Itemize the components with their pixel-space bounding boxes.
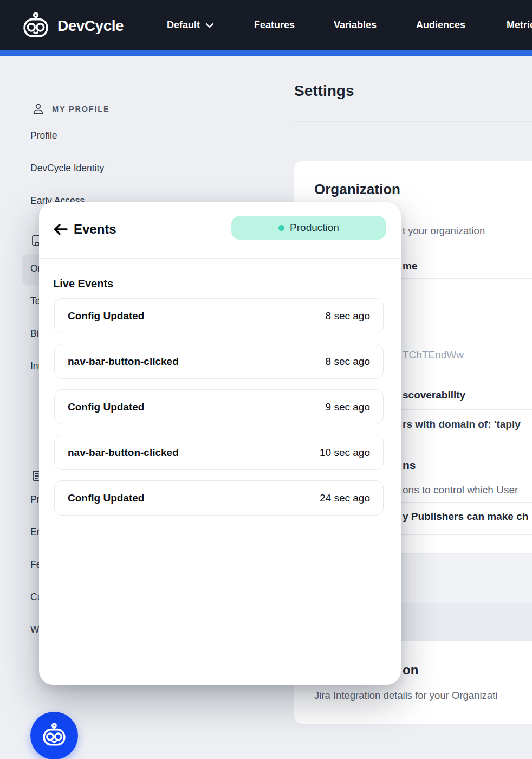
project-selector[interactable]: Default <box>167 0 214 50</box>
back-button[interactable] <box>50 220 72 241</box>
robot-icon <box>41 722 68 750</box>
devcycle-logo[interactable]: DevCycle <box>21 11 124 41</box>
event-time: 8 sec ago <box>326 310 370 322</box>
org-description-fragment: t your organization <box>403 225 485 237</box>
event-name: nav-bar-button-clicked <box>68 447 179 459</box>
environment-badge[interactable]: Production <box>231 216 386 240</box>
nav-link-audiences[interactable]: Audiences <box>416 0 465 50</box>
organization-card-heading: Organization <box>314 181 400 198</box>
devcycle-settings-app: MY PROFILE Profile DevCycle Identity Ear… <box>0 0 532 759</box>
accent-bar <box>0 50 532 56</box>
live-events-heading: Live Events <box>53 278 113 290</box>
event-time: 24 sec ago <box>320 492 370 504</box>
chevron-down-icon <box>205 20 214 31</box>
environment-badge-label: Production <box>290 222 339 234</box>
jira-heading-fragment: on <box>403 662 418 678</box>
jira-description: Jira Integration details for your Organi… <box>314 690 497 702</box>
top-navbar: DevCycle Default Features Variables Audi… <box>0 0 532 50</box>
org-domain-rule-fragment: rs with domain of: 'taply <box>403 419 521 430</box>
event-time: 9 sec ago <box>326 401 370 413</box>
event-time: 10 sec ago <box>320 447 370 459</box>
brand-name: DevCycle <box>57 17 124 35</box>
org-name-label-fragment: me <box>403 260 417 272</box>
nav-link-features[interactable]: Features <box>254 0 295 50</box>
title-divider <box>294 121 532 122</box>
modal-title: Events <box>74 222 116 237</box>
event-time: 8 sec ago <box>326 356 370 368</box>
org-id-value-fragment: TChTEndWw <box>403 349 464 361</box>
sidebar-item-devcycle-identity[interactable]: DevCycle Identity <box>30 163 104 174</box>
event-row[interactable]: nav-bar-button-clicked 10 sec ago <box>54 435 384 470</box>
publishers-option-fragment: y Publishers can make ch <box>403 511 528 523</box>
person-icon <box>31 102 45 118</box>
sidebar-item-profile[interactable]: Profile <box>30 130 57 141</box>
org-discoverability-label-fragment: scoverability <box>403 389 465 401</box>
devcycle-widget-button[interactable] <box>30 712 78 759</box>
project-selector-label: Default <box>167 20 200 31</box>
permissions-heading-fragment: ns <box>403 459 416 472</box>
event-row[interactable]: Config Updated 24 sec ago <box>54 480 384 516</box>
events-modal-header: Events Production <box>39 202 401 259</box>
nav-link-variables[interactable]: Variables <box>334 0 377 50</box>
event-row[interactable]: Config Updated 8 sec ago <box>54 298 384 333</box>
back-arrow-icon <box>53 222 69 239</box>
page-title: Settings <box>294 82 354 100</box>
event-name: Config Updated <box>68 310 144 322</box>
nav-link-metrics[interactable]: Metrics <box>507 0 532 50</box>
event-name: Config Updated <box>68 492 144 504</box>
event-name: nav-bar-button-clicked <box>68 356 179 368</box>
event-name: Config Updated <box>68 401 144 413</box>
devcycle-robot-icon <box>21 11 51 41</box>
event-row[interactable]: Config Updated 9 sec ago <box>54 389 384 424</box>
live-events-list: Config Updated 8 sec ago nav-bar-button-… <box>54 298 384 526</box>
event-row[interactable]: nav-bar-button-clicked 8 sec ago <box>54 344 384 379</box>
environment-status-dot <box>278 225 284 231</box>
permissions-description-fragment: ons to control which User <box>403 484 518 496</box>
sidebar-section-my-profile: MY PROFILE <box>52 105 109 113</box>
events-modal: Events Production Live Events Config Upd… <box>39 202 401 685</box>
